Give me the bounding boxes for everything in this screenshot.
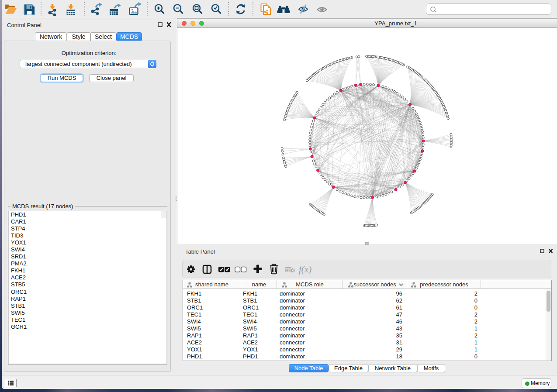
svg-text:f(x): f(x)	[299, 264, 311, 275]
